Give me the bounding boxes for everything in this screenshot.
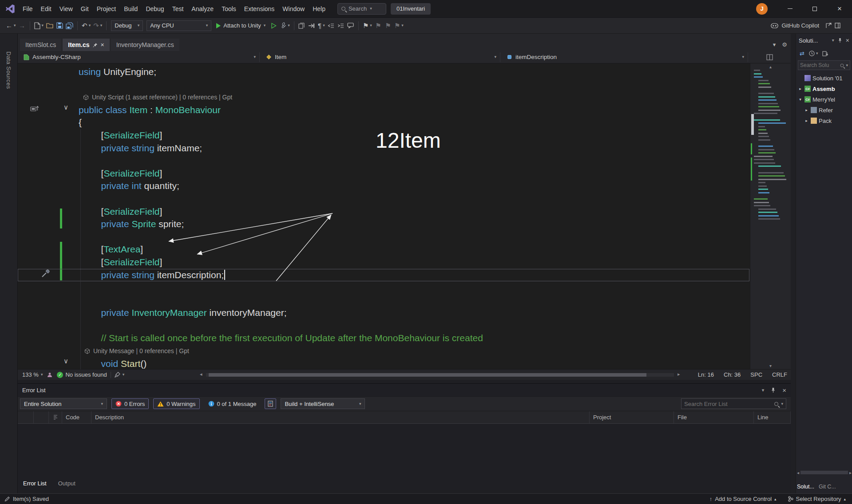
- tab-inventorymanager-cs[interactable]: InventoryManager.cs: [111, 39, 179, 51]
- search-box[interactable]: Search ▾: [337, 3, 386, 15]
- clear-bookmarks-button[interactable]: ⚑▾: [393, 20, 405, 32]
- menu-analyze[interactable]: Analyze: [187, 5, 218, 12]
- menu-help[interactable]: Help: [309, 5, 329, 12]
- severity-column-header[interactable]: [49, 411, 62, 423]
- show-whitespace-button[interactable]: ¶▾: [317, 20, 326, 32]
- error-list-title-bar[interactable]: Error List ▾ ×: [18, 384, 791, 396]
- errors-filter-button[interactable]: 0 Errors: [111, 398, 149, 409]
- next-bookmark-button[interactable]: ⚑: [383, 20, 393, 32]
- menu-file[interactable]: File: [19, 5, 37, 12]
- horizontal-scrollbar[interactable]: [206, 373, 674, 377]
- error-list-grid-body[interactable]: [18, 424, 791, 476]
- column-header-line[interactable]: Line: [754, 411, 791, 423]
- tab-git-changes[interactable]: Git C...: [819, 484, 836, 490]
- tree-item-refer[interactable]: ▸Refer: [796, 105, 852, 115]
- editor-settings-gear-icon[interactable]: ⚙: [782, 41, 787, 48]
- tree-item-assemb[interactable]: ▸C#Assemb: [796, 83, 852, 94]
- add-to-source-control-button[interactable]: ↑ Add to Source Control ▴: [709, 496, 777, 502]
- navigate-forward-button[interactable]: →: [17, 20, 27, 32]
- close-button[interactable]: ×: [827, 0, 852, 18]
- scrollbar-thumb[interactable]: [209, 373, 646, 377]
- type-dropdown[interactable]: Item ▾: [262, 52, 500, 62]
- expand-icon[interactable]: ▸: [804, 118, 809, 123]
- close-panel-icon[interactable]: ×: [782, 386, 786, 394]
- solution-search-input[interactable]: [800, 62, 838, 68]
- error-list-search-input[interactable]: [684, 401, 772, 407]
- solution-platform-dropdown[interactable]: Any CPU▾: [147, 20, 211, 31]
- select-repository-button[interactable]: Select Repository ▴: [788, 496, 846, 502]
- tree-item-merryyel[interactable]: ▾C#MerryYel: [796, 94, 852, 105]
- column-header-code[interactable]: Code: [62, 411, 91, 423]
- navigate-to-button[interactable]: [307, 20, 317, 32]
- window-menu-icon[interactable]: ▾: [762, 388, 765, 393]
- column-indicator[interactable]: Ch: 36: [724, 371, 741, 378]
- save-all-button[interactable]: [64, 20, 75, 32]
- binding-failures-button[interactable]: [265, 398, 276, 409]
- sync-with-document-icon[interactable]: [822, 51, 828, 56]
- open-folder-button[interactable]: [45, 20, 55, 32]
- solution-name-badge[interactable]: 01Inventari: [391, 3, 431, 15]
- tab-item-cs[interactable]: Item.cs×: [63, 39, 109, 51]
- column-header-project[interactable]: Project: [590, 411, 674, 423]
- menu-view[interactable]: View: [55, 5, 77, 12]
- toggle-bookmark-button[interactable]: ⚑▾: [361, 20, 373, 32]
- split-editor-icon[interactable]: [766, 54, 773, 60]
- line-number-indicator[interactable]: Ln: 16: [698, 371, 714, 378]
- decrease-indent-button[interactable]: [326, 20, 336, 32]
- expand-icon[interactable]: ▸: [798, 87, 803, 91]
- navigate-back-button[interactable]: ←▾: [4, 20, 17, 32]
- solution-explorer-title-bar[interactable]: Soluti... ▾ ×: [796, 34, 852, 47]
- collapse-icon[interactable]: ▾: [798, 97, 803, 102]
- messages-filter-button[interactable]: 0 of 1 Message: [204, 398, 261, 409]
- find-in-files-button[interactable]: [297, 20, 307, 32]
- new-file-button[interactable]: ▾: [33, 20, 45, 32]
- menu-tools[interactable]: Tools: [218, 5, 240, 12]
- spaces-indicator[interactable]: SPC: [750, 371, 762, 378]
- menu-test[interactable]: Test: [168, 5, 188, 12]
- menu-extensions[interactable]: Extensions: [240, 5, 278, 12]
- tree-item-pack[interactable]: ▸Pack: [796, 115, 852, 126]
- tab-itemslot-cs[interactable]: ItemSlot.cs: [20, 39, 61, 51]
- expand-icon[interactable]: ▸: [804, 108, 809, 112]
- pin-tab-icon[interactable]: [93, 43, 98, 47]
- tree-item-solution-01[interactable]: Solution '01: [796, 73, 852, 83]
- tab-output[interactable]: Output: [58, 480, 75, 487]
- warnings-filter-button[interactable]: 0 Warnings: [153, 398, 199, 409]
- solution-configuration-dropdown[interactable]: Debug▾: [111, 20, 143, 31]
- menu-window[interactable]: Window: [278, 5, 309, 12]
- open-chat-icon[interactable]: [826, 23, 832, 28]
- redo-button[interactable]: ↷▾: [92, 20, 103, 32]
- menu-debug[interactable]: Debug: [142, 5, 168, 12]
- zoom-dropdown[interactable]: 133 % ▾: [22, 371, 43, 378]
- tab-solution-explorer[interactable]: Solut...: [797, 484, 814, 490]
- build-tools-button[interactable]: ▾: [278, 20, 291, 32]
- scroll-left-icon[interactable]: ◂: [200, 371, 202, 377]
- error-list-search-box[interactable]: ▾: [681, 398, 786, 409]
- scope-filter-dropdown[interactable]: Entire Solution ▾: [20, 398, 107, 409]
- member-dropdown[interactable]: itemDescription ▾: [503, 52, 748, 62]
- menu-build[interactable]: Build: [120, 5, 142, 12]
- source-filter-dropdown[interactable]: Build + IntelliSense ▾: [281, 398, 365, 409]
- scroll-right-icon[interactable]: ▸: [849, 470, 852, 475]
- data-sources-tab[interactable]: Data Sources: [5, 51, 12, 89]
- scroll-down-icon[interactable]: ▾: [750, 363, 791, 368]
- menu-edit[interactable]: Edit: [37, 5, 55, 12]
- pin-icon[interactable]: [771, 387, 776, 393]
- menu-project[interactable]: Project: [93, 5, 120, 12]
- panel-splitter[interactable]: [791, 34, 796, 493]
- tab-error-list[interactable]: Error List: [23, 480, 47, 487]
- user-avatar[interactable]: J: [756, 3, 768, 15]
- github-copilot-button[interactable]: GitHub Copilot: [771, 22, 840, 29]
- column-header-description[interactable]: Description: [91, 411, 590, 423]
- code-health-indicator[interactable]: ✓ No issues found: [57, 371, 107, 378]
- pin-icon[interactable]: [838, 38, 842, 43]
- save-button[interactable]: [55, 20, 64, 32]
- start-without-debugging-button[interactable]: [269, 20, 278, 32]
- scroll-right-icon[interactable]: ▸: [678, 371, 680, 377]
- comment-selection-button[interactable]: [346, 20, 356, 32]
- maximize-button[interactable]: [802, 0, 827, 18]
- column-header-file[interactable]: File: [674, 411, 754, 423]
- project-dropdown[interactable]: Assembly-CSharp ▾: [20, 52, 260, 62]
- close-panel-icon[interactable]: ×: [846, 37, 849, 44]
- solution-explorer-hscrollbar[interactable]: ◂ ▸: [797, 469, 852, 476]
